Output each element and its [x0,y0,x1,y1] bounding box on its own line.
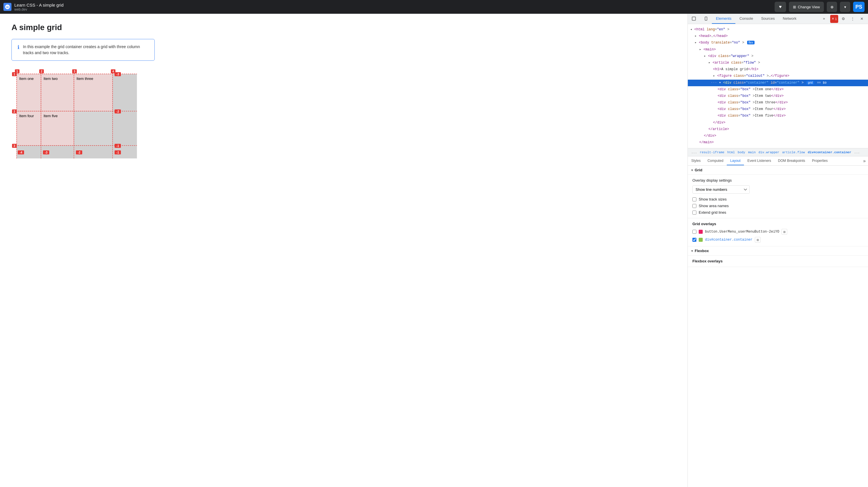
close-devtools-button[interactable]: ✕ [858,15,866,23]
bc-end-more[interactable]: ... [853,150,861,155]
bc-article-flow[interactable]: article.flow [781,150,806,155]
page-content: A simple grid ℹ In this example the grid… [0,14,687,487]
dom-line[interactable]: <div class="box" >Item one</div> [688,86,868,93]
svg-rect-25 [12,72,17,76]
svg-text:w: w [6,5,9,9]
main-layout: A simple grid ℹ In this example the grid… [0,14,868,487]
overlay-grid-icon-2[interactable]: ⊞ [755,237,761,243]
devtools-tabs: Elements Console Sources Network » ✕ 1 ⚙… [688,14,868,24]
show-track-sizes-label[interactable]: Show track sizes [699,197,727,202]
tab-more[interactable]: » [819,16,829,21]
flexbox-chevron-icon: ▾ [691,249,693,253]
heart-button[interactable]: ♥ [775,2,786,12]
overlay-checkbox-container[interactable] [692,238,696,242]
tab-more-styles[interactable]: » [861,158,868,163]
line-numbers-dropdown[interactable]: Show line numbers Show track sizes Show … [692,185,750,194]
svg-rect-9 [15,69,20,73]
bc-div-wrapper[interactable]: div.wrapper [757,150,781,155]
svg-rect-37 [692,17,695,20]
dom-line[interactable]: <div class="box" >Item two</div> [688,93,868,99]
dom-line[interactable]: ▸ <head>…</head> [688,33,868,39]
tab-event-listeners[interactable]: Event Listeners [744,156,775,165]
tab-network[interactable]: Network [779,14,801,24]
dom-line[interactable]: ▸ <article class="flow" > [688,60,868,66]
dom-line[interactable]: ◂ <html lang="en" > [688,26,868,33]
tab-elements[interactable]: Elements [712,14,735,24]
svg-rect-13 [72,69,77,73]
svg-rect-29 [12,144,17,148]
show-area-names-label[interactable]: Show area names [699,204,729,208]
tab-styles[interactable]: Styles [688,156,704,165]
tab-device[interactable] [700,14,712,24]
tab-dom-breakpoints[interactable]: DOM Breakpoints [775,156,809,165]
error-badge[interactable]: ✕ 1 [830,15,838,23]
show-area-names-row: Show area names [692,204,863,208]
grid-item: Item five [41,111,74,146]
overlay-row-button: button.UserMenu_userMenuButton-2eiYO ⊞ [692,229,863,235]
tab-computed[interactable]: Computed [704,156,727,165]
bc-main[interactable]: main [747,150,756,155]
dom-line[interactable]: </main> [688,139,868,146]
overlay-row-container: div#container.container ⊞ [692,237,863,243]
grid-overlays-label: Grid overlays [692,222,863,226]
change-view-button[interactable]: ⊞ Change View [789,2,824,12]
grid-section-header[interactable]: ▾ Grid [688,165,868,175]
overlay-checkbox-button[interactable] [692,230,696,234]
flexbox-section-title: Flexbox [695,249,709,253]
grid-items-container: Item one Item two Item three Item four I… [17,74,113,146]
grid-section-title: Grid [695,168,703,172]
dom-line[interactable]: ▸ <main> [688,47,868,53]
error-x-icon: ✕ [832,17,834,21]
overlay-color-green [699,238,703,242]
dom-line[interactable]: </div> [688,133,868,139]
flexbox-overlays-label: Flexbox overlays [692,259,863,263]
svg-text:3: 3 [13,144,15,148]
dom-line[interactable]: <div class="box" >Item four</div> [688,106,868,113]
extend-grid-lines-label[interactable]: Extend grid lines [699,210,726,215]
bc-body[interactable]: body [737,150,746,155]
bc-html[interactable]: html [726,150,736,155]
show-track-sizes-row: Show track sizes [692,197,863,202]
layout-panel: ▾ Grid Overlay display settings Show lin… [688,165,868,487]
tab-console[interactable]: Console [735,14,757,24]
dom-line[interactable]: <div class="box" >Item three</div> [688,99,868,106]
pin-button[interactable]: ⊕ [827,2,837,12]
svg-text:1: 1 [13,73,15,76]
ps-button[interactable]: PS [853,2,865,12]
dom-line-selected[interactable]: ··· ▾ <div class="container" id="contain… [688,80,868,86]
overlay-grid-icon-1[interactable]: ⊞ [781,229,787,235]
bc-container[interactable]: div#container.container [807,150,852,155]
overlay-label-container: div#container.container [705,238,752,242]
tab-inspect[interactable] [688,14,700,24]
dom-line[interactable]: <h1>A simple grid</h1> [688,66,868,73]
grid-item: Item two [41,74,74,111]
dom-line[interactable]: </div> [688,119,868,126]
breadcrumb-more[interactable]: ... [690,150,698,155]
dom-line[interactable]: <div class="box" >Item five</div> [688,113,868,119]
extend-grid-lines-checkbox[interactable] [692,211,696,215]
svg-text:2: 2 [13,110,15,113]
site-url: web.dev [14,7,64,11]
tab-sources[interactable]: Sources [757,14,779,24]
overlay-color-pink [699,230,703,234]
extend-grid-lines-row: Extend grid lines [692,210,863,215]
show-track-sizes-checkbox[interactable] [692,197,696,202]
error-count: 1 [835,17,837,21]
flexbox-section-header[interactable]: ▾ Flexbox [688,246,868,255]
dom-line[interactable]: ▸ <figure class="callout" >…</figure> [688,73,868,79]
dom-line[interactable]: ▸ <div class="wrapper" > [688,53,868,60]
more-options-button[interactable]: ⋮ [848,15,857,23]
grid-section-body: Overlay display settings Show line numbe… [688,175,868,218]
dom-line[interactable]: ▸ <body translate="no" > flex [688,39,868,46]
change-view-icon: ⊞ [793,5,796,9]
tab-properties[interactable]: Properties [809,156,831,165]
dom-line[interactable]: </article> [688,126,868,133]
grid-empty-cell [74,111,113,146]
show-area-names-checkbox[interactable] [692,204,696,208]
svg-rect-11 [39,69,44,73]
bc-result-iframe[interactable]: result-iframe [699,150,725,155]
site-title: Learn CSS - A simple grid [14,3,64,7]
dropdown-button[interactable]: ▾ [840,2,850,12]
tab-layout[interactable]: Layout [727,156,744,165]
settings-button[interactable]: ⚙ [839,15,847,23]
